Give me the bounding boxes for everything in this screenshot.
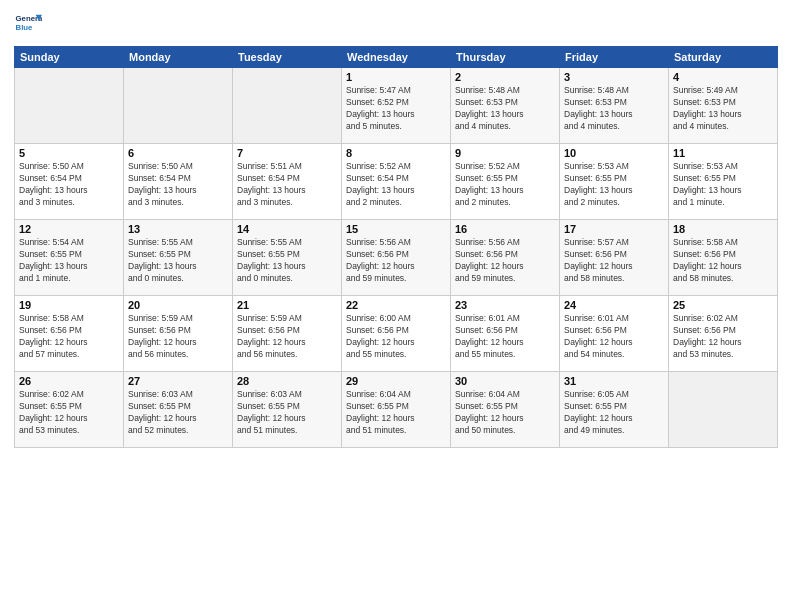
day-info: Sunrise: 6:04 AM Sunset: 6:55 PM Dayligh… <box>346 389 446 437</box>
day-info: Sunrise: 5:51 AM Sunset: 6:54 PM Dayligh… <box>237 161 337 209</box>
calendar-cell: 10Sunrise: 5:53 AM Sunset: 6:55 PM Dayli… <box>560 144 669 220</box>
day-number: 13 <box>128 223 228 235</box>
day-number: 24 <box>564 299 664 311</box>
calendar-cell <box>124 68 233 144</box>
day-info: Sunrise: 5:56 AM Sunset: 6:56 PM Dayligh… <box>455 237 555 285</box>
weekday-header: Tuesday <box>233 47 342 68</box>
page-header: General Blue <box>14 10 778 38</box>
day-number: 10 <box>564 147 664 159</box>
logo-icon: General Blue <box>14 10 42 38</box>
calendar-cell: 20Sunrise: 5:59 AM Sunset: 6:56 PM Dayli… <box>124 296 233 372</box>
weekday-header: Sunday <box>15 47 124 68</box>
calendar-cell: 26Sunrise: 6:02 AM Sunset: 6:55 PM Dayli… <box>15 372 124 448</box>
day-info: Sunrise: 6:03 AM Sunset: 6:55 PM Dayligh… <box>237 389 337 437</box>
day-number: 26 <box>19 375 119 387</box>
day-info: Sunrise: 5:55 AM Sunset: 6:55 PM Dayligh… <box>237 237 337 285</box>
day-info: Sunrise: 6:00 AM Sunset: 6:56 PM Dayligh… <box>346 313 446 361</box>
calendar-cell: 9Sunrise: 5:52 AM Sunset: 6:55 PM Daylig… <box>451 144 560 220</box>
day-number: 16 <box>455 223 555 235</box>
day-info: Sunrise: 5:47 AM Sunset: 6:52 PM Dayligh… <box>346 85 446 133</box>
day-number: 27 <box>128 375 228 387</box>
calendar-cell: 11Sunrise: 5:53 AM Sunset: 6:55 PM Dayli… <box>669 144 778 220</box>
calendar-cell <box>15 68 124 144</box>
day-number: 9 <box>455 147 555 159</box>
calendar-week-row: 1Sunrise: 5:47 AM Sunset: 6:52 PM Daylig… <box>15 68 778 144</box>
day-number: 30 <box>455 375 555 387</box>
day-number: 31 <box>564 375 664 387</box>
day-info: Sunrise: 5:50 AM Sunset: 6:54 PM Dayligh… <box>19 161 119 209</box>
day-info: Sunrise: 5:54 AM Sunset: 6:55 PM Dayligh… <box>19 237 119 285</box>
day-info: Sunrise: 5:55 AM Sunset: 6:55 PM Dayligh… <box>128 237 228 285</box>
calendar-cell: 8Sunrise: 5:52 AM Sunset: 6:54 PM Daylig… <box>342 144 451 220</box>
day-number: 1 <box>346 71 446 83</box>
calendar-cell: 23Sunrise: 6:01 AM Sunset: 6:56 PM Dayli… <box>451 296 560 372</box>
day-number: 23 <box>455 299 555 311</box>
day-info: Sunrise: 5:53 AM Sunset: 6:55 PM Dayligh… <box>564 161 664 209</box>
day-number: 7 <box>237 147 337 159</box>
day-info: Sunrise: 6:05 AM Sunset: 6:55 PM Dayligh… <box>564 389 664 437</box>
day-number: 19 <box>19 299 119 311</box>
weekday-header: Thursday <box>451 47 560 68</box>
calendar-cell <box>233 68 342 144</box>
day-info: Sunrise: 6:01 AM Sunset: 6:56 PM Dayligh… <box>455 313 555 361</box>
day-number: 11 <box>673 147 773 159</box>
calendar-cell: 14Sunrise: 5:55 AM Sunset: 6:55 PM Dayli… <box>233 220 342 296</box>
calendar-week-row: 19Sunrise: 5:58 AM Sunset: 6:56 PM Dayli… <box>15 296 778 372</box>
calendar-cell: 12Sunrise: 5:54 AM Sunset: 6:55 PM Dayli… <box>15 220 124 296</box>
day-info: Sunrise: 5:52 AM Sunset: 6:54 PM Dayligh… <box>346 161 446 209</box>
day-info: Sunrise: 5:53 AM Sunset: 6:55 PM Dayligh… <box>673 161 773 209</box>
day-number: 15 <box>346 223 446 235</box>
day-info: Sunrise: 5:48 AM Sunset: 6:53 PM Dayligh… <box>455 85 555 133</box>
day-number: 4 <box>673 71 773 83</box>
calendar-cell <box>669 372 778 448</box>
calendar-cell: 21Sunrise: 5:59 AM Sunset: 6:56 PM Dayli… <box>233 296 342 372</box>
header-row: SundayMondayTuesdayWednesdayThursdayFrid… <box>15 47 778 68</box>
calendar-cell: 19Sunrise: 5:58 AM Sunset: 6:56 PM Dayli… <box>15 296 124 372</box>
calendar-cell: 6Sunrise: 5:50 AM Sunset: 6:54 PM Daylig… <box>124 144 233 220</box>
day-number: 5 <box>19 147 119 159</box>
day-info: Sunrise: 5:50 AM Sunset: 6:54 PM Dayligh… <box>128 161 228 209</box>
calendar-cell: 24Sunrise: 6:01 AM Sunset: 6:56 PM Dayli… <box>560 296 669 372</box>
day-info: Sunrise: 6:02 AM Sunset: 6:56 PM Dayligh… <box>673 313 773 361</box>
calendar-cell: 28Sunrise: 6:03 AM Sunset: 6:55 PM Dayli… <box>233 372 342 448</box>
calendar-cell: 22Sunrise: 6:00 AM Sunset: 6:56 PM Dayli… <box>342 296 451 372</box>
calendar-week-row: 12Sunrise: 5:54 AM Sunset: 6:55 PM Dayli… <box>15 220 778 296</box>
calendar-cell: 29Sunrise: 6:04 AM Sunset: 6:55 PM Dayli… <box>342 372 451 448</box>
day-info: Sunrise: 5:59 AM Sunset: 6:56 PM Dayligh… <box>128 313 228 361</box>
day-number: 21 <box>237 299 337 311</box>
calendar-table: SundayMondayTuesdayWednesdayThursdayFrid… <box>14 46 778 448</box>
weekday-header: Friday <box>560 47 669 68</box>
calendar-cell: 13Sunrise: 5:55 AM Sunset: 6:55 PM Dayli… <box>124 220 233 296</box>
calendar-cell: 7Sunrise: 5:51 AM Sunset: 6:54 PM Daylig… <box>233 144 342 220</box>
day-number: 12 <box>19 223 119 235</box>
day-info: Sunrise: 5:58 AM Sunset: 6:56 PM Dayligh… <box>19 313 119 361</box>
calendar-cell: 17Sunrise: 5:57 AM Sunset: 6:56 PM Dayli… <box>560 220 669 296</box>
day-info: Sunrise: 6:03 AM Sunset: 6:55 PM Dayligh… <box>128 389 228 437</box>
calendar-cell: 5Sunrise: 5:50 AM Sunset: 6:54 PM Daylig… <box>15 144 124 220</box>
day-info: Sunrise: 5:48 AM Sunset: 6:53 PM Dayligh… <box>564 85 664 133</box>
day-info: Sunrise: 5:52 AM Sunset: 6:55 PM Dayligh… <box>455 161 555 209</box>
day-number: 17 <box>564 223 664 235</box>
calendar-cell: 15Sunrise: 5:56 AM Sunset: 6:56 PM Dayli… <box>342 220 451 296</box>
day-number: 20 <box>128 299 228 311</box>
calendar-cell: 31Sunrise: 6:05 AM Sunset: 6:55 PM Dayli… <box>560 372 669 448</box>
calendar-cell: 2Sunrise: 5:48 AM Sunset: 6:53 PM Daylig… <box>451 68 560 144</box>
day-info: Sunrise: 6:02 AM Sunset: 6:55 PM Dayligh… <box>19 389 119 437</box>
weekday-header: Saturday <box>669 47 778 68</box>
calendar-cell: 18Sunrise: 5:58 AM Sunset: 6:56 PM Dayli… <box>669 220 778 296</box>
svg-text:Blue: Blue <box>16 23 34 32</box>
day-number: 6 <box>128 147 228 159</box>
calendar-cell: 30Sunrise: 6:04 AM Sunset: 6:55 PM Dayli… <box>451 372 560 448</box>
calendar-cell: 4Sunrise: 5:49 AM Sunset: 6:53 PM Daylig… <box>669 68 778 144</box>
day-info: Sunrise: 5:57 AM Sunset: 6:56 PM Dayligh… <box>564 237 664 285</box>
day-info: Sunrise: 5:59 AM Sunset: 6:56 PM Dayligh… <box>237 313 337 361</box>
calendar-cell: 16Sunrise: 5:56 AM Sunset: 6:56 PM Dayli… <box>451 220 560 296</box>
day-number: 29 <box>346 375 446 387</box>
weekday-header: Monday <box>124 47 233 68</box>
day-number: 14 <box>237 223 337 235</box>
day-number: 2 <box>455 71 555 83</box>
day-info: Sunrise: 5:49 AM Sunset: 6:53 PM Dayligh… <box>673 85 773 133</box>
day-number: 22 <box>346 299 446 311</box>
day-number: 8 <box>346 147 446 159</box>
calendar-week-row: 26Sunrise: 6:02 AM Sunset: 6:55 PM Dayli… <box>15 372 778 448</box>
